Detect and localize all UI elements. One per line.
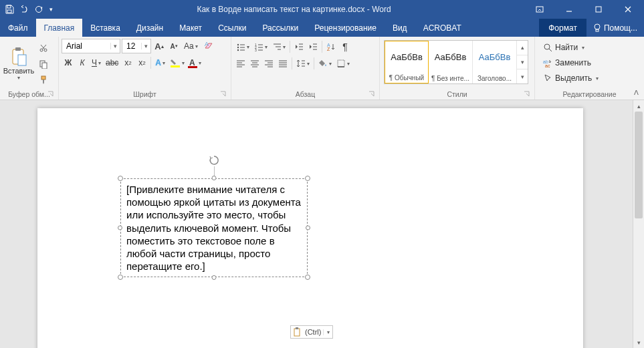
tab-acrobat[interactable]: ACROBAT: [415, 19, 469, 37]
window-title: Как в Ворде написать текст на картинке.d…: [62, 5, 526, 14]
vertical-scrollbar[interactable]: ▴ ▾: [633, 100, 644, 348]
format-painter-button[interactable]: [36, 73, 51, 88]
resize-handle-r[interactable]: [306, 226, 310, 230]
styles-scroll-down[interactable]: ▾: [517, 55, 528, 69]
style-heading1[interactable]: АаБбВв Заголово...: [473, 41, 517, 83]
subscript-button[interactable]: x2: [121, 55, 134, 70]
tab-view[interactable]: Вид: [385, 19, 415, 37]
align-center-button[interactable]: [248, 56, 261, 71]
tell-me-button[interactable]: Помощ...: [586, 19, 644, 37]
resize-handle-t[interactable]: [212, 176, 217, 180]
resize-handle-tl[interactable]: [118, 176, 123, 181]
find-button[interactable]: Найти▾: [540, 40, 601, 55]
group-editing-label: Редактирование: [563, 90, 617, 98]
styles-expand[interactable]: ▾: [517, 69, 528, 83]
styles-gallery[interactable]: АаБбВв ¶ Обычный АаБбВв ¶ Без инте... Аа…: [384, 40, 528, 84]
clear-formatting-button[interactable]: A: [201, 39, 216, 53]
textbox-content[interactable]: [Привлеките внимание читателя с помощью …: [126, 184, 301, 272]
strikethrough-button[interactable]: abc: [104, 55, 120, 70]
grow-font-button[interactable]: A▴: [152, 39, 166, 53]
tab-design[interactable]: Дизайн: [128, 19, 171, 37]
show-marks-button[interactable]: ¶: [338, 39, 352, 54]
sort-button[interactable]: AZ: [324, 39, 338, 54]
tab-references[interactable]: Ссылки: [210, 19, 254, 37]
ribbon: Вставить ▾ Буфер обм... Arial▾ 12▾: [0, 37, 644, 100]
page[interactable]: [Привлеките внимание читателя с помощью …: [37, 108, 583, 348]
resize-handle-b[interactable]: [212, 275, 217, 280]
copy-button[interactable]: [36, 57, 51, 71]
styles-scroll-up[interactable]: ▴: [517, 41, 528, 55]
redo-button[interactable]: [32, 3, 45, 16]
svg-rect-1: [7, 10, 11, 13]
resize-handle-bl[interactable]: [118, 275, 123, 280]
select-button[interactable]: Выделить▾: [540, 71, 601, 85]
font-color-button[interactable]: A▾: [187, 55, 203, 70]
styles-launcher[interactable]: [524, 91, 530, 98]
underline-button[interactable]: Ч▾: [90, 55, 103, 70]
maximize-button[interactable]: [585, 3, 612, 16]
style-no-spacing[interactable]: АаБбВв ¶ Без инте...: [429, 41, 473, 83]
bullets-button[interactable]: ▾: [234, 39, 251, 54]
paste-options-button[interactable]: (Ctrl) ▾: [290, 325, 333, 339]
qat-customize-button[interactable]: ▾: [47, 3, 55, 16]
text-effects-button[interactable]: A▾: [153, 55, 167, 70]
bold-button[interactable]: Ж: [62, 55, 75, 70]
collapse-ribbon-button[interactable]: ᐱ: [631, 87, 641, 98]
decrease-indent-button[interactable]: [292, 39, 306, 54]
line-spacing-button[interactable]: ▾: [294, 56, 312, 71]
scroll-track[interactable]: [633, 112, 644, 337]
tab-format[interactable]: Формат: [539, 19, 586, 37]
minimize-button[interactable]: [556, 3, 582, 16]
tab-home[interactable]: Главная: [36, 19, 83, 37]
ribbon-display-button[interactable]: [526, 3, 553, 16]
svg-rect-14: [42, 63, 47, 69]
svg-rect-18: [188, 66, 197, 68]
page-container[interactable]: [Привлеките внимание читателя с помощью …: [0, 100, 633, 348]
close-button[interactable]: [615, 3, 641, 16]
scroll-thumb[interactable]: [635, 112, 643, 218]
paste-button[interactable]: Вставить ▾: [1, 45, 37, 82]
numbering-button[interactable]: 123▾: [252, 39, 270, 54]
shading-button[interactable]: ▾: [316, 56, 334, 71]
paragraph-launcher[interactable]: [368, 91, 375, 98]
increase-indent-button[interactable]: [306, 39, 320, 54]
tab-review[interactable]: Рецензирование: [306, 19, 385, 37]
multilevel-list-button[interactable]: ▾: [270, 39, 288, 54]
tab-file[interactable]: Файл: [0, 19, 36, 37]
resize-handle-br[interactable]: [305, 275, 310, 280]
cut-button[interactable]: [36, 41, 51, 55]
svg-point-2: [36, 7, 42, 13]
resize-handle-tr[interactable]: [305, 176, 310, 181]
change-case-button[interactable]: Aa▾: [182, 39, 200, 53]
font-family-combo[interactable]: Arial▾: [62, 39, 120, 53]
rotate-handle[interactable]: [208, 154, 220, 177]
text-box[interactable]: [Привлеките внимание читателя с помощью …: [120, 178, 308, 277]
align-left-button[interactable]: [234, 56, 247, 71]
justify-button[interactable]: [276, 56, 290, 71]
paste-label: Вставить: [3, 67, 35, 75]
font-launcher[interactable]: [220, 91, 227, 98]
clipboard-launcher[interactable]: [47, 91, 54, 98]
svg-rect-61: [338, 60, 344, 67]
resize-handle-l[interactable]: [118, 226, 122, 230]
shrink-font-button[interactable]: A▾: [167, 39, 181, 53]
replace-button[interactable]: abac Заменить: [540, 55, 601, 70]
scroll-down-button[interactable]: ▾: [633, 337, 644, 348]
borders-button[interactable]: ▾: [334, 56, 352, 71]
tab-insert[interactable]: Вставка: [82, 19, 128, 37]
tab-layout[interactable]: Макет: [171, 19, 210, 37]
save-button[interactable]: [3, 3, 16, 16]
superscript-button[interactable]: x2: [135, 55, 148, 70]
textbox-selection[interactable]: [Привлеките внимание читателя с помощью …: [120, 178, 308, 277]
svg-rect-5: [596, 7, 601, 12]
svg-text:ac: ac: [545, 63, 550, 67]
align-right-button[interactable]: [262, 56, 276, 71]
undo-button[interactable]: [17, 3, 31, 16]
highlight-button[interactable]: ▾: [168, 55, 187, 70]
scroll-up-button[interactable]: ▴: [633, 100, 644, 112]
font-size-combo[interactable]: 12▾: [122, 39, 151, 53]
tab-mailings[interactable]: Рассылки: [254, 19, 306, 37]
italic-button[interactable]: К: [76, 55, 89, 70]
style-normal[interactable]: АаБбВв ¶ Обычный: [385, 41, 429, 83]
window-controls: [526, 3, 641, 16]
